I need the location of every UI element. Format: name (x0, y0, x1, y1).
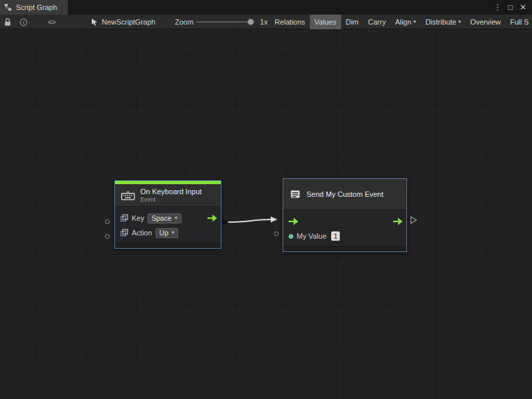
custom-event-icon (290, 189, 301, 200)
flow-output-triangle-port[interactable] (410, 216, 417, 224)
node-subtitle: Event (140, 196, 201, 203)
keyboard-icon (121, 190, 135, 201)
menu-icon[interactable]: ⋮ (493, 0, 503, 15)
chevron-down-icon: ▾ (414, 19, 416, 25)
value-dot-port[interactable] (289, 234, 293, 239)
toolbar-button-dim[interactable]: Dim (341, 15, 364, 29)
port-label-action: Action (132, 229, 152, 237)
graph-toolbar: i <> NewScriptGraph Zoom 1x Relations Va… (0, 15, 532, 29)
flow-input-port[interactable] (289, 217, 299, 225)
toolbar-button-values[interactable]: Values (310, 15, 341, 29)
toolbar-buttons: Relations Values Dim Carry Align▾ Distri… (270, 15, 532, 29)
titlebar: Script Graph ⋮ □ ✕ (0, 0, 532, 15)
port-row-action: Action Up ▾ (115, 225, 221, 240)
zoom-slider[interactable] (196, 15, 259, 29)
node-title: Send My Custom Event (307, 190, 384, 199)
code-icon[interactable]: <> (48, 15, 55, 29)
chevron-down-icon: ▾ (175, 215, 178, 221)
action-input-circle-port[interactable] (105, 234, 110, 239)
flow-output-port[interactable] (393, 217, 403, 225)
toolbar-button-overview[interactable]: Overview (466, 15, 505, 29)
toolbar-button-distribute[interactable]: Distribute▾ (421, 15, 466, 29)
port-label-key: Key (132, 214, 144, 222)
zoom-label: Zoom (175, 15, 194, 29)
connection-layer (0, 29, 532, 399)
graph-breadcrumb[interactable]: NewScriptGraph (90, 15, 156, 29)
port-row-my-value: My Value 1 (283, 229, 406, 243)
flow-output-port[interactable] (207, 214, 217, 222)
connection-keyboard-to-send-event[interactable] (222, 217, 277, 226)
key-input-circle-port[interactable] (105, 219, 110, 224)
tab-title: Script Graph (16, 3, 57, 11)
value-port-icon (120, 229, 128, 237)
chevron-down-icon: ▾ (458, 19, 461, 25)
node-footer (283, 246, 406, 251)
node-on-keyboard-input[interactable]: On Keyboard Input Event Key Space ▾ (114, 180, 221, 249)
action-dropdown[interactable]: Up ▾ (156, 228, 178, 238)
maximize-icon[interactable]: □ (505, 0, 515, 15)
tab-script-graph[interactable]: Script Graph (0, 0, 68, 15)
graph-name: NewScriptGraph (102, 18, 156, 26)
toolbar-button-full-screen[interactable]: Full S (505, 15, 532, 29)
node-send-my-custom-event[interactable]: Send My Custom Event My Value 1 (283, 178, 407, 252)
port-row-key: Key Space ▾ (115, 211, 221, 225)
port-label-my-value: My Value (297, 232, 327, 240)
chevron-down-icon: ▾ (172, 230, 174, 235)
zoom-slider-track[interactable] (196, 21, 254, 23)
toolbar-button-relations[interactable]: Relations (270, 15, 310, 29)
node-title: On Keyboard Input (140, 188, 201, 196)
close-icon[interactable]: ✕ (518, 0, 528, 15)
script-graph-window: Script Graph ⋮ □ ✕ i <> NewScriptGraph Z… (0, 0, 532, 399)
toolbar-button-carry[interactable]: Carry (363, 15, 390, 29)
my-value-input[interactable]: 1 (331, 231, 340, 241)
port-row-flow (283, 214, 406, 229)
lock-icon[interactable] (4, 15, 11, 29)
zoom-value: 1x (260, 15, 268, 29)
info-icon[interactable]: i (20, 15, 27, 29)
toolbar-button-align[interactable]: Align▾ (390, 15, 420, 29)
zoom-slider-knob[interactable] (247, 19, 254, 25)
key-dropdown[interactable]: Space ▾ (148, 213, 182, 223)
my-value-input-circle-port[interactable] (274, 231, 279, 236)
script-graph-asset-icon (90, 18, 98, 26)
graph-icon (4, 3, 12, 11)
node-footer (115, 243, 221, 248)
window-controls: ⋮ □ ✕ (493, 0, 532, 15)
graph-canvas[interactable]: On Keyboard Input Event Key Space ▾ (0, 29, 532, 399)
value-port-icon (120, 214, 128, 222)
